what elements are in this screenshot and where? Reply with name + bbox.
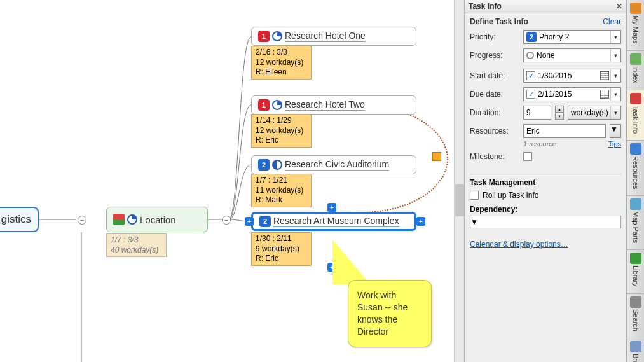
- sidebar-tab-resources[interactable]: Resources: [627, 141, 644, 197]
- tag-icon: [113, 214, 125, 225]
- collapse-toggle-location[interactable]: −: [222, 216, 231, 225]
- progress-pie-icon: [272, 100, 282, 110]
- child-node-2[interactable]: 2Research Civic Auditorium: [251, 155, 416, 174]
- child-infobox-2: 1/7 : 1/2111 workday(s)R: Mark: [251, 174, 312, 207]
- rollup-label: Roll up Task Info: [483, 191, 539, 200]
- child-infobox-1: 1/14 : 1/2912 workday(s)R: Eric: [251, 114, 312, 148]
- progress-dropdown[interactable]: None ▼: [523, 48, 621, 62]
- calendar-icon: [600, 71, 609, 80]
- chevron-down-icon: ▼: [470, 218, 478, 226]
- panel-titlebar: Task Info ✕: [465, 0, 626, 13]
- tab-icon: [630, 143, 641, 155]
- child-label: Research Hotel Two: [285, 99, 365, 111]
- tab-icon: [630, 53, 641, 65]
- priority-chip-icon: 2: [526, 32, 537, 42]
- priority-badge-icon: 2: [258, 159, 270, 171]
- tab-label: Index: [632, 66, 640, 83]
- sidebar-tab-search[interactable]: Search: [627, 294, 644, 338]
- sidebar-tab-my-maps[interactable]: My Maps: [627, 0, 644, 51]
- task-info-panel: Task Info ✕ Define Task Info Clear Prior…: [464, 0, 626, 362]
- root-label: gistics: [1, 213, 31, 226]
- spinner-down-icon[interactable]: ▼: [555, 113, 564, 120]
- tab-label: Task Info: [632, 106, 640, 134]
- chevron-down-icon: ▼: [610, 106, 620, 119]
- callout-tail: [332, 240, 371, 284]
- spinner-up-icon[interactable]: ▲: [555, 106, 564, 113]
- sidebar-tab-task-info[interactable]: Task Info: [627, 90, 644, 141]
- sidebar-tab-map-parts[interactable]: Map Parts: [627, 196, 644, 250]
- sidebar-tab-library[interactable]: Library: [627, 250, 644, 294]
- milestone-checkbox[interactable]: [523, 152, 532, 161]
- child-label: Research Civic Auditorium: [285, 159, 389, 171]
- sidebar-tab-browser[interactable]: Browser: [627, 338, 644, 362]
- child-infobox-3: 1/30 : 2/119 workday(s)R: Eric: [251, 232, 312, 266]
- tips-link[interactable]: Tips: [608, 140, 621, 148]
- child-node-0[interactable]: 1Research Hotel One: [251, 27, 416, 46]
- priority-badge-icon: 1: [258, 99, 270, 111]
- start-date-picker[interactable]: ✓ 1/30/2015 ▼: [523, 69, 621, 83]
- progress-none-icon: [526, 52, 534, 59]
- define-header: Define Task Info Clear: [470, 17, 621, 26]
- due-date-picker[interactable]: ✓ 2/11/2015 ▼: [523, 87, 621, 101]
- chevron-down-icon: ▼: [610, 31, 620, 43]
- tab-icon: [630, 253, 641, 264]
- due-date-label: Due date:: [470, 90, 519, 99]
- child-label: Research Hotel One: [285, 31, 366, 42]
- tab-icon: [630, 93, 641, 104]
- selection-handle-icon[interactable]: +: [327, 203, 336, 212]
- duration-label: Duration:: [470, 108, 519, 117]
- start-date-label: Start date:: [470, 71, 519, 80]
- progress-label: Progress:: [470, 51, 519, 60]
- resources-dropdown-button[interactable]: ▼: [610, 124, 621, 138]
- dependency-dropdown[interactable]: ▼: [470, 216, 621, 228]
- tab-label: Search: [632, 309, 640, 331]
- calendar-icon: [600, 90, 609, 99]
- sidebar-tab-index[interactable]: Index: [627, 51, 644, 90]
- location-infobox: 1/7 : 3/3 40 workday(s): [106, 233, 167, 257]
- mindmap-canvas[interactable]: gistics − Location 1/7 : 3/3 40 workday(…: [0, 0, 455, 362]
- resources-input[interactable]: Eric: [523, 124, 606, 138]
- calendar-display-options-link[interactable]: Calendar & display options…: [470, 240, 568, 249]
- scrollbar-thumb[interactable]: [455, 184, 464, 216]
- rollup-checkbox[interactable]: [470, 191, 479, 200]
- selection-handle-icon[interactable]: +: [245, 217, 254, 226]
- check-icon: ✓: [526, 90, 535, 99]
- milestone-label: Milestone:: [470, 152, 519, 161]
- dependency-label: Dependency:: [470, 205, 621, 214]
- child-node-3[interactable]: 2Research Art Museum Complex: [251, 212, 416, 231]
- check-icon: ✓: [526, 71, 535, 80]
- progress-pie-icon: [127, 214, 137, 225]
- child-node-1[interactable]: 1Research Hotel Two: [251, 95, 416, 115]
- panel-title-text: Task Info: [469, 2, 502, 11]
- child-infobox-0: 2/16 : 3/312 workday(s)R: Eileen: [251, 46, 312, 80]
- priority-badge-icon: 2: [259, 216, 271, 227]
- priority-dropdown[interactable]: 2 Priority 2 ▼: [523, 30, 621, 44]
- root-node-logistics[interactable]: gistics: [0, 207, 39, 232]
- resources-label: Resources:: [470, 127, 519, 136]
- duration-spinner[interactable]: ▲ ▼: [555, 106, 564, 120]
- clear-link[interactable]: Clear: [603, 17, 621, 26]
- tab-label: My Maps: [632, 15, 640, 44]
- duration-input[interactable]: 9: [523, 106, 551, 120]
- sidebar-tabstrip: My MapsIndexTask InfoResourcesMap PartsL…: [626, 0, 644, 362]
- tab-label: Resources: [632, 156, 640, 190]
- location-label: Location: [140, 214, 176, 225]
- tab-icon: [630, 3, 641, 14]
- tab-label: Library: [632, 265, 640, 287]
- progress-pie-icon: [272, 160, 282, 170]
- resources-count-hint: 1 resource: [523, 140, 556, 148]
- vertical-scrollbar[interactable]: [454, 0, 464, 362]
- close-icon[interactable]: ✕: [616, 2, 622, 11]
- task-management-heading: Task Management: [470, 174, 621, 187]
- duration-unit-dropdown[interactable]: workday(s) ▼: [568, 106, 621, 120]
- chevron-down-icon: ▼: [610, 49, 620, 62]
- chevron-down-icon: ▼: [610, 69, 620, 82]
- priority-badge-icon: 1: [258, 31, 270, 42]
- collapse-toggle-root[interactable]: −: [78, 216, 86, 225]
- node-location[interactable]: Location: [106, 207, 208, 232]
- selection-handle-icon[interactable]: +: [416, 217, 425, 226]
- relationship-link-icon[interactable]: [432, 152, 441, 161]
- tab-icon: [630, 341, 641, 352]
- tab-icon: [630, 198, 641, 210]
- note-callout[interactable]: Work with Susan -- she knows the Directo…: [348, 280, 432, 347]
